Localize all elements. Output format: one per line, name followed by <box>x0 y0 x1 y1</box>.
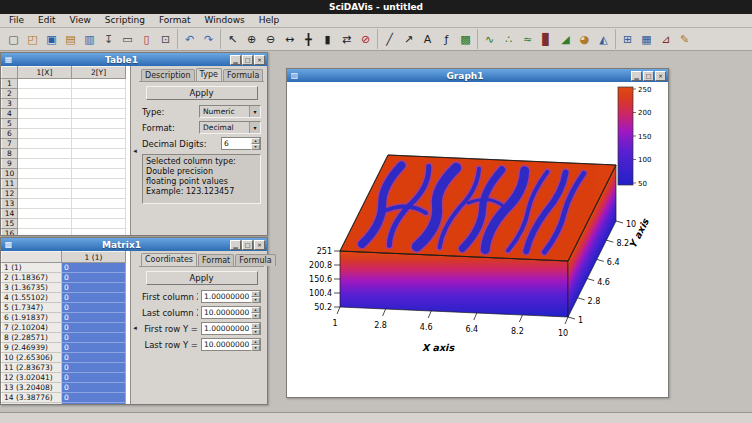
add-image-icon[interactable]: ▩ <box>456 30 475 48</box>
table-cell[interactable] <box>72 149 126 159</box>
panel-collapse-button[interactable]: ◂ <box>131 66 139 235</box>
save-template-icon[interactable]: ▥ <box>80 30 99 48</box>
matrix-cell-selected[interactable]: 0 <box>62 403 126 405</box>
matrix-grid[interactable]: 1 (1) 1 (1) 0 2 (1.18367) 0 <box>1 251 131 404</box>
menu-format[interactable]: Format <box>152 14 198 27</box>
table-row-header[interactable]: 13 <box>2 199 18 209</box>
table-cell[interactable] <box>18 79 72 89</box>
zoom-out-icon[interactable]: ⊖ <box>261 30 280 48</box>
tab-formula[interactable]: Formula <box>223 69 263 81</box>
table-cell[interactable] <box>72 219 126 229</box>
graph1-titlebar[interactable]: ▨ Graph1 ▁ □ × <box>287 69 668 82</box>
minimize-icon[interactable]: ▁ <box>230 55 241 65</box>
add-arrow-icon[interactable]: ↗ <box>399 30 418 48</box>
tab-formula[interactable]: Formula <box>235 254 275 266</box>
table-cell[interactable] <box>18 159 72 169</box>
matrix-row-header[interactable]: 13 (3.20408) <box>2 383 62 393</box>
table-cell[interactable] <box>18 169 72 179</box>
plot-line-symbol-icon[interactable]: ≈ <box>518 30 537 48</box>
spin-down-icon[interactable]: ▾ <box>251 329 260 335</box>
table-cell[interactable] <box>18 229 72 236</box>
table-cell[interactable] <box>72 129 126 139</box>
table-cell[interactable] <box>72 199 126 209</box>
plot-pie-icon[interactable]: ◕ <box>575 30 594 48</box>
table-cell[interactable] <box>72 229 126 236</box>
matrix-cell-selected[interactable]: 0 <box>62 293 126 303</box>
plot-bars-icon[interactable]: ▊ <box>537 30 556 48</box>
chevron-down-icon[interactable]: ▾ <box>249 122 260 133</box>
table-cell[interactable] <box>18 199 72 209</box>
coordinate-spinbox[interactable]: 10.0000000 ▴▾ <box>201 338 261 351</box>
new-project-icon[interactable]: ▢ <box>4 30 23 48</box>
new-table-icon[interactable]: ⊞ <box>618 30 637 48</box>
menu-windows[interactable]: Windows <box>198 14 252 27</box>
table-row-header[interactable]: 9 <box>2 159 18 169</box>
digits-spinbox[interactable]: 6 ▴▾ <box>221 137 261 150</box>
new-note-icon[interactable]: ✎ <box>675 30 694 48</box>
os-titlebar[interactable]: SciDAVis - untitled <box>0 0 752 14</box>
minimize-icon[interactable]: ▁ <box>230 240 241 250</box>
matrix-cell-selected[interactable]: 0 <box>62 283 126 293</box>
coordinate-spinbox[interactable]: 1.00000000 ▴▾ <box>201 322 261 335</box>
table-cell[interactable] <box>72 79 126 89</box>
matrix-row-header[interactable]: 5 (1.7347) <box>2 303 62 313</box>
table-cell[interactable] <box>18 99 72 109</box>
print-icon[interactable]: ▭ <box>118 30 137 48</box>
close-icon[interactable]: × <box>254 55 265 65</box>
table-cell[interactable] <box>18 209 72 219</box>
add-text-icon[interactable]: A <box>418 30 437 48</box>
table-row-header[interactable]: 4 <box>2 109 18 119</box>
spin-down-icon[interactable]: ▾ <box>251 297 260 303</box>
matrix-row-header[interactable]: 3 (1.36735) <box>2 283 62 293</box>
matrix-cell-selected[interactable]: 0 <box>62 343 126 353</box>
table-cell[interactable] <box>72 179 126 189</box>
maximize-icon[interactable]: □ <box>643 71 654 81</box>
matrix-cell-selected[interactable]: 0 <box>62 353 126 363</box>
export-pdf-icon[interactable]: ▯ <box>137 30 156 48</box>
rescale-axes-icon[interactable]: ↔ <box>280 30 299 48</box>
plot-scatter-icon[interactable]: ∴ <box>499 30 518 48</box>
spin-down-icon[interactable]: ▾ <box>251 313 260 319</box>
tab-type[interactable]: Type <box>196 68 222 81</box>
table-grid[interactable]: 1[X] 2[Y] 1 2 <box>1 66 131 235</box>
panel-collapse-button[interactable]: ◂ <box>131 251 139 404</box>
table-cell[interactable] <box>72 109 126 119</box>
matrix-cell-selected[interactable]: 0 <box>62 373 126 383</box>
menu-scripting[interactable]: Scripting <box>98 14 152 27</box>
matrix-cell-selected[interactable]: 0 <box>62 303 126 313</box>
import-ascii-icon[interactable]: ↧ <box>99 30 118 48</box>
table1-window[interactable]: ▦ Table1 ▁ □ × 1[X] 2[Y] <box>0 52 268 236</box>
select-data-range-icon[interactable]: ▮ <box>318 30 337 48</box>
matrix-cell-selected[interactable]: 0 <box>62 323 126 333</box>
table-cell[interactable] <box>72 99 126 109</box>
table-row-header[interactable]: 5 <box>2 119 18 129</box>
menu-file[interactable]: File <box>2 14 31 27</box>
matrix-row-header[interactable]: 11 (2.83673) <box>2 363 62 373</box>
open-project-icon[interactable]: ◰ <box>23 30 42 48</box>
maximize-icon[interactable]: □ <box>242 240 253 250</box>
table-cell[interactable] <box>18 149 72 159</box>
save-project-icon[interactable]: ▣ <box>42 30 61 48</box>
matrix-cell-selected[interactable]: 0 <box>62 383 126 393</box>
close-icon[interactable]: × <box>655 71 666 81</box>
matrix-row-header[interactable]: 1 (1) <box>2 263 62 273</box>
tab-description[interactable]: Description <box>141 69 195 81</box>
new-matrix-icon[interactable]: ▦ <box>637 30 656 48</box>
table-row-header[interactable]: 10 <box>2 169 18 179</box>
undo-icon[interactable]: ↶ <box>180 30 199 48</box>
table-cell[interactable] <box>72 169 126 179</box>
table-cell[interactable] <box>18 129 72 139</box>
draw-line-icon[interactable]: ╱ <box>380 30 399 48</box>
matrix-row-header[interactable]: 10 (2.65306) <box>2 353 62 363</box>
matrix-cell-selected[interactable]: 0 <box>62 393 126 403</box>
table-cell[interactable] <box>72 209 126 219</box>
move-data-points-icon[interactable]: ⇄ <box>337 30 356 48</box>
plot-area-icon[interactable]: ◢ <box>556 30 575 48</box>
duplicate-window-icon[interactable]: ⊡ <box>156 30 175 48</box>
table-cell[interactable] <box>18 139 72 149</box>
zoom-in-icon[interactable]: ⊕ <box>242 30 261 48</box>
minimize-icon[interactable]: ▁ <box>631 71 642 81</box>
table-row-header[interactable]: 15 <box>2 219 18 229</box>
plot-canvas[interactable]: 251 200.8 150.6 100.4 50.2 1 2.8 4.6 6.4 <box>287 82 668 397</box>
table-row-header[interactable]: 2 <box>2 89 18 99</box>
